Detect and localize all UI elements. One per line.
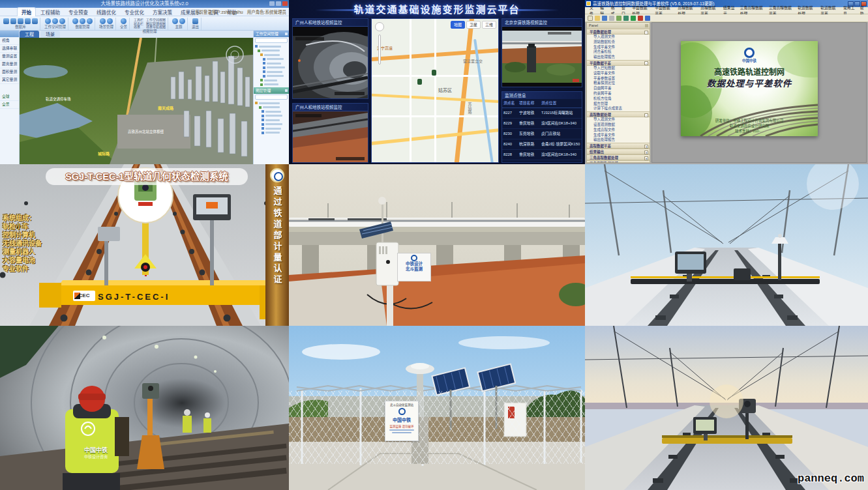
camera-card-2[interactable]: 广州人和地铁站视频监控 xyxy=(292,103,368,163)
sidebar-item[interactable]: 导入观测文件 xyxy=(587,117,650,122)
sidebar-item[interactable]: 导入已知数据 xyxy=(587,66,650,71)
locate-icon[interactable] xyxy=(107,18,113,24)
tool-other-measure[interactable]: 其它量测 xyxy=(0,76,19,84)
open-file-icon[interactable] xyxy=(595,16,600,21)
expand-icon[interactable]: + xyxy=(644,162,648,163)
close-icon[interactable] xyxy=(282,1,288,6)
table-row[interactable]: 8240杭深铁路会甬2标·塘厦区间K150… xyxy=(502,139,582,150)
table-row[interactable]: 8228重庆地铁渝3区间右DK18+340 xyxy=(502,150,582,160)
minimize-icon[interactable] xyxy=(269,1,275,6)
cad-window-controls[interactable] xyxy=(269,1,288,6)
sync-icon[interactable] xyxy=(45,18,51,24)
sidebar-item[interactable]: 输出处理报告 xyxy=(587,55,650,60)
globe-icon[interactable] xyxy=(121,18,127,24)
map-btn-map[interactable]: 地图 xyxy=(451,21,465,29)
cad-3d-viewport[interactable]: 轨道交通停车场 高铁苏州北站立体枢纽 城际路 南天成路 xyxy=(20,38,253,164)
copy-icon[interactable] xyxy=(616,16,621,21)
camera-card-1[interactable]: 广州人和地铁站视频监控 xyxy=(292,18,368,99)
collapse-icon[interactable]: - xyxy=(644,31,648,35)
table-row[interactable]: 8229重庆地铁渝3区间右DK18+340 xyxy=(502,119,582,129)
layer-search-input[interactable] xyxy=(255,94,288,100)
collapse-icon[interactable]: - xyxy=(644,113,648,117)
sidebar-item[interactable]: 设置观测数据 xyxy=(587,122,650,128)
tab-pro-opt[interactable]: 专业优化 xyxy=(121,8,148,16)
sidebar-item[interactable]: 计算下挂点成果表 xyxy=(587,106,650,111)
paste-icon[interactable] xyxy=(623,16,629,21)
tool-distance-measure[interactable]: 距离量测 xyxy=(0,61,19,68)
exit-icon[interactable] xyxy=(192,18,198,24)
doc-tab-scene[interactable]: 场景 xyxy=(40,31,60,38)
play-icon[interactable] xyxy=(645,16,650,21)
maximize-icon[interactable] xyxy=(276,1,281,6)
sidebar-item[interactable]: 检核方位角 xyxy=(587,96,650,102)
sidebar-item[interactable]: 读取平差文件 xyxy=(587,71,650,76)
import-icon[interactable] xyxy=(52,18,58,24)
sidebar-item[interactable]: 测站数据检查 xyxy=(587,40,650,45)
tool-select-chain[interactable]: 选择串联 xyxy=(0,45,19,53)
group-result-out[interactable]: 结果输出+ xyxy=(587,149,650,154)
collapse-icon[interactable]: - xyxy=(644,61,648,65)
tab-alignment-opt[interactable]: 线路优化 xyxy=(93,8,120,16)
tab-project-aid[interactable]: 工程辅助 xyxy=(37,8,64,16)
camera-card-3[interactable]: 北京京唐铁路视频监控 xyxy=(501,18,582,87)
sidebar-item[interactable]: 粗差探测定位 xyxy=(587,81,650,86)
expand-icon[interactable]: + xyxy=(644,145,648,149)
expand-icon[interactable]: + xyxy=(644,156,648,160)
save-icon[interactable] xyxy=(602,16,607,21)
group-trig-proc[interactable]: 三角高程数据处理+ xyxy=(587,154,650,160)
collapse-icon[interactable] xyxy=(285,89,288,92)
scene-mgr-icon[interactable] xyxy=(100,18,106,24)
tool-area-measure[interactable]: 面积量测 xyxy=(0,68,19,76)
tool-panorama[interactable]: 全景 xyxy=(0,101,19,109)
group-plane-proc[interactable]: 平面数据处理- xyxy=(587,29,650,35)
theme-icon[interactable] xyxy=(172,18,178,24)
run-icon[interactable] xyxy=(631,16,636,21)
workspace-tree[interactable] xyxy=(254,44,289,87)
doc-tab-project[interactable]: 工程 xyxy=(20,31,39,38)
theme2-icon[interactable] xyxy=(179,18,185,24)
new-icon[interactable] xyxy=(10,18,16,24)
sidebar-item[interactable]: 约束网平差 xyxy=(587,91,650,96)
group-height-adj[interactable]: 高程数据平差+ xyxy=(587,143,650,149)
sidebar-item[interactable]: 生成高程文件 xyxy=(587,128,650,133)
save-icon[interactable] xyxy=(25,18,31,24)
group-plane-adj[interactable]: 平面数据平差- xyxy=(587,60,650,66)
map-zoom-slider[interactable] xyxy=(378,35,381,65)
new-file-icon[interactable] xyxy=(588,16,593,21)
tab-start[interactable]: 开始 xyxy=(17,7,36,16)
tool-globe[interactable]: 全球 xyxy=(0,93,19,101)
collapse-icon[interactable] xyxy=(285,33,288,35)
open-icon[interactable] xyxy=(18,18,23,24)
tool-view-angle[interactable]: 视角 xyxy=(0,37,19,45)
db-icon[interactable] xyxy=(3,18,9,24)
group-height-proc[interactable]: 高程数据处理- xyxy=(587,111,650,117)
group-trig-adj[interactable]: 三角高程数据平差+ xyxy=(587,160,650,163)
tool-measure-settings[interactable]: 量测设置 xyxy=(0,53,19,61)
map-pan-control[interactable] xyxy=(375,22,384,31)
group-label: 数据库 xyxy=(15,25,26,29)
export-icon[interactable] xyxy=(59,18,65,24)
map-btn-satellite[interactable]: 卫星 xyxy=(466,21,481,29)
sidebar-item[interactable]: 输出处理报告 xyxy=(587,137,650,143)
map-view[interactable]: 沪宁高速 姑苏区 苏站路 官渎里立交 地图 卫星 三维 xyxy=(371,18,499,163)
sidebar-item[interactable]: 自由网平差 xyxy=(587,86,650,91)
map-marker-1[interactable] xyxy=(417,79,422,85)
stop-icon[interactable] xyxy=(638,16,643,21)
map-btn-3d[interactable]: 三维 xyxy=(482,21,496,29)
tab-decision[interactable]: 方案决策 xyxy=(149,8,176,16)
tab-precheck[interactable]: 专业预查 xyxy=(65,8,92,16)
expand-icon[interactable]: + xyxy=(644,151,648,154)
scene-icon[interactable] xyxy=(72,18,78,24)
workspace-search-input[interactable] xyxy=(255,38,288,43)
railway-camera-feed xyxy=(502,27,582,87)
close-doc-icon[interactable] xyxy=(32,18,38,24)
tile-icon[interactable] xyxy=(80,18,85,24)
sidebar-item[interactable]: 导入观测文件 xyxy=(587,35,650,40)
style-icon[interactable] xyxy=(87,18,93,24)
table-row[interactable]: 8230东莞地铁虎门高铁站 xyxy=(502,129,582,139)
print-icon[interactable] xyxy=(609,16,614,21)
map-marker-2[interactable] xyxy=(432,70,436,76)
close-panel-icon[interactable] xyxy=(645,24,648,27)
layer-tree[interactable] xyxy=(254,100,289,136)
table-row[interactable]: 8227宁波地铁TJ3215标海曙路站 xyxy=(502,108,582,119)
